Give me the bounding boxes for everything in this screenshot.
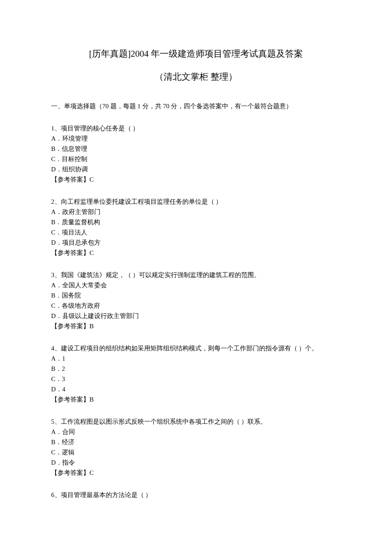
question-block: 3、我国《建筑法》规定，（ ）可以规定实行强制监理的建筑工程的范围。 A．全国人…	[51, 270, 341, 331]
question-answer: 【参考答案】C	[51, 468, 341, 478]
question-block: 2、向工程监理单位委托建设工程项目监理任务的单位是（ ） A．政府主管部门 B．…	[51, 197, 341, 258]
question-stem: 3、我国《建筑法》规定，（ ）可以规定实行强制监理的建筑工程的范围。	[51, 270, 341, 280]
question-option: A．全国人大常委会	[51, 280, 341, 290]
question-answer: 【参考答案】B	[51, 394, 341, 405]
document-title: [历年真题]2004 年一级建造师项目管理考试真题及答案	[51, 47, 341, 61]
question-option: D．组织协调	[51, 164, 341, 174]
document-subtitle: （清北文掌柜 整理）	[51, 70, 341, 84]
question-stem: 6、项目管理最基本的方法论是（ ）	[51, 490, 341, 500]
question-option: B．经济	[51, 437, 341, 447]
question-block: 1、项目管理的核心任务是（ ） A．环境管理 B．信息管理 C．目标控制 D．组…	[51, 123, 341, 185]
question-option: A．1	[51, 353, 341, 364]
question-option: B．国务院	[51, 290, 341, 301]
question-option: D．4	[51, 384, 341, 394]
question-option: C．3	[51, 374, 341, 384]
section-instruction: 一、单项选择题（70 题，每题 1 分，共 70 分，四个备选答案中，有一个最符…	[51, 101, 341, 111]
question-option: A．环境管理	[51, 133, 341, 144]
question-option: B．2	[51, 364, 341, 374]
question-stem: 2、向工程监理单位委托建设工程项目监理任务的单位是（ ）	[51, 197, 341, 207]
question-block: 6、项目管理最基本的方法论是（ ）	[51, 490, 341, 500]
question-option: C．项目法人	[51, 227, 341, 237]
question-answer: 【参考答案】C	[51, 248, 341, 258]
question-block: 4、建设工程项目的组织结构如采用矩阵组织结构模式，则每一个工作部门的指令源有（ …	[51, 343, 341, 405]
question-stem: 4、建设工程项目的组织结构如采用矩阵组织结构模式，则每一个工作部门的指令源有（ …	[51, 343, 341, 353]
question-option: D．县级以上建设行政主管部门	[51, 311, 341, 321]
question-option: D．指令	[51, 457, 341, 468]
question-option: C．目标控制	[51, 154, 341, 164]
question-block: 5、工作流程图是以图示形式反映一个组织系统中各项工作之间的（ ）联系。 A．合同…	[51, 416, 341, 478]
question-answer: 【参考答案】B	[51, 321, 341, 331]
question-option: C．各级地方政府	[51, 301, 341, 311]
question-option: B．质量监督机构	[51, 217, 341, 227]
question-option: D．项目总承包方	[51, 237, 341, 248]
question-option: C．逻辑	[51, 447, 341, 457]
question-option: A．合同	[51, 427, 341, 437]
question-answer: 【参考答案】C	[51, 174, 341, 185]
question-stem: 5、工作流程图是以图示形式反映一个组织系统中各项工作之间的（ ）联系。	[51, 416, 341, 427]
question-stem: 1、项目管理的核心任务是（ ）	[51, 123, 341, 133]
question-option: A．政府主管部门	[51, 207, 341, 217]
document-page: [历年真题]2004 年一级建造师项目管理考试真题及答案 （清北文掌柜 整理） …	[0, 0, 392, 538]
question-option: B．信息管理	[51, 144, 341, 154]
